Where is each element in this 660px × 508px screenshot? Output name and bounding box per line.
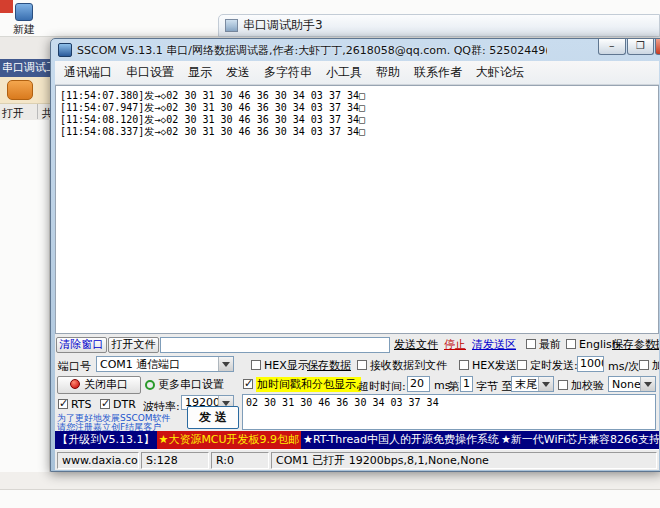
timed-send-label: 定时发送:	[530, 358, 578, 373]
divider	[37, 104, 38, 119]
receive-line: [11:54:07.380]发→◇02 30 31 30 46 36 30 34…	[60, 90, 654, 102]
close-port-button[interactable]: 关闭串口	[57, 376, 141, 394]
checksum-label: 加校验	[571, 378, 604, 393]
open-button[interactable]: 打开	[2, 106, 24, 121]
upgrade-link[interactable]: 【升级到V5.13.1】	[57, 431, 155, 449]
menu-item-daxia-forum[interactable]: 大虾论坛	[469, 64, 531, 81]
menu-item-serial-settings[interactable]: 串口设置	[119, 64, 181, 81]
menu-item-multistring[interactable]: 多字符串	[257, 64, 319, 81]
port-select-value: COM1 通信端口	[97, 357, 218, 372]
menu-item-comm-port[interactable]: 通讯端口	[57, 64, 119, 81]
interval-unit-label: ms/次	[608, 359, 639, 374]
checkbox-icon	[566, 339, 576, 349]
send-data-input[interactable]: 02 30 31 30 46 36 30 34 03 37 34	[242, 394, 656, 430]
checkbox-checked-icon	[100, 399, 110, 409]
desktop: 新建 串口调试助手3 串口调试工 打开 共 SSCOM V5.13.1 串口/网…	[0, 0, 660, 508]
ad-link-wifi-chip[interactable]: ★新一代WiFi芯片兼容8266支持RT-Thread	[501, 431, 659, 449]
timeout-input[interactable]: 20	[407, 376, 430, 392]
receive-line: [11:54:07.947]发→◇02 30 31 30 46 36 30 34…	[60, 102, 654, 114]
menu-item-tools[interactable]: 小工具	[319, 64, 369, 81]
send-button[interactable]: 发 送	[187, 406, 239, 429]
checksum-checkbox[interactable]: 加校验	[558, 379, 604, 391]
sscom-window: SSCOM V5.13.1 串口/网络数据调试器,作者:大虾丁丁,2618058…	[50, 38, 660, 472]
menu-item-display[interactable]: 显示	[181, 64, 219, 81]
menu-bar: 通讯端口 串口设置 显示 发送 多字符串 小工具 帮助 联系作者 大虾论坛	[55, 61, 659, 85]
ad-bar[interactable]: 【升级到V5.13.1】★大资源MCU开发板9.9包邮★RT-Thread中国人…	[55, 431, 659, 449]
save-params-button[interactable]: 保存参数	[612, 338, 656, 352]
status-bar: www.daxia.com S:128 R:0 COM1 已打开 19200bp…	[55, 449, 659, 470]
status-website[interactable]: www.daxia.com	[57, 452, 139, 469]
timestamp-packet-checkbox[interactable]: 加时间戳和分包显示,	[243, 378, 361, 390]
timed-interval-input[interactable]: 1000	[577, 356, 604, 372]
menu-item-contact-author[interactable]: 联系作者	[407, 64, 469, 81]
hex-display-checkbox[interactable]: HEX显示	[251, 359, 309, 371]
close-port-label: 关闭串口	[84, 378, 128, 391]
stop-button[interactable]: 停止	[444, 338, 466, 352]
promo-line-2: 请您注册嘉立创F结尾客户	[57, 421, 161, 431]
settings-refresh-icon	[145, 380, 155, 390]
port-select[interactable]: COM1 通信端口	[96, 356, 234, 372]
extend-button[interactable]: 扩展	[655, 338, 659, 352]
menu-item-send[interactable]: 发送	[219, 64, 257, 81]
checkbox-checked-icon	[243, 379, 253, 389]
append-crlf-label: 加回	[652, 358, 659, 373]
timestamp-packet-label: 加时间戳和分包显示,	[256, 377, 361, 392]
ad-link-devboard[interactable]: ★大资源MCU开发板9.9包邮	[157, 431, 302, 449]
checkbox-icon	[639, 360, 649, 370]
left-background-panel	[0, 120, 50, 472]
byte-from-input[interactable]: 1	[460, 376, 473, 392]
save-data-button[interactable]: 保存数据	[307, 359, 351, 373]
file-path-input[interactable]	[160, 337, 390, 353]
status-received-count: R:0	[211, 452, 269, 469]
new-shortcut[interactable]: 新建	[4, 3, 44, 37]
hex-display-label: HEX显示	[264, 358, 309, 373]
hex-send-label: HEX发送	[472, 358, 517, 373]
status-port-info: COM1 已打开 19200bps,8,1,None,None	[271, 452, 657, 469]
clear-send-area-button[interactable]: 清发送区	[472, 338, 516, 352]
english-checkbox[interactable]: English	[566, 338, 619, 350]
rts-checkbox[interactable]: RTS	[58, 398, 92, 410]
open-file-button[interactable]: 打开文件	[108, 337, 159, 353]
status-sent-count: S:128	[141, 452, 209, 469]
new-shortcut-label: 新建	[4, 22, 44, 37]
checkbox-icon	[459, 360, 469, 370]
topmost-label: 最前	[539, 337, 561, 352]
window-titlebar[interactable]: SSCOM V5.13.1 串口/网络数据调试器,作者:大虾丁丁,2618058…	[51, 39, 660, 61]
left-window-titlebar[interactable]: 串口调试工	[0, 59, 50, 77]
byte-to-select[interactable]: 末尾	[511, 376, 554, 392]
background-window-titlebar[interactable]: 串口调试助手3	[218, 14, 660, 37]
ad-link-rtthread[interactable]: ★RT-Thread中国人的开源免费操作系统	[303, 431, 499, 449]
left-toolbar	[0, 77, 50, 104]
receive-to-file-checkbox[interactable]: 接收数据到文件	[357, 359, 447, 371]
sscom-app-icon	[58, 43, 72, 57]
timed-send-checkbox[interactable]: 定时发送:	[517, 359, 578, 371]
caption-buttons	[597, 39, 660, 55]
background-window-title: 串口调试助手3	[243, 17, 323, 34]
checksum-value: None	[609, 378, 640, 391]
chevron-down-icon	[218, 357, 233, 371]
byte-from-prefix-label: 第	[448, 379, 459, 394]
hex-send-checkbox[interactable]: HEX发送	[459, 359, 517, 371]
control-panel: 清除窗口 打开文件 发送文件 停止 清发送区 最前 English 保存参数 扩…	[55, 334, 659, 431]
checkbox-icon	[526, 339, 536, 349]
dtr-checkbox[interactable]: DTR	[100, 398, 136, 410]
menu-item-help[interactable]: 帮助	[369, 64, 407, 81]
receive-to-file-label: 接收数据到文件	[370, 358, 447, 373]
receive-line: [11:54:08.120]发→◇02 30 31 30 46 36 30 34…	[60, 114, 654, 126]
checkbox-checked-icon	[58, 399, 68, 409]
checkbox-icon	[357, 360, 367, 370]
checksum-select[interactable]: None	[608, 376, 656, 392]
receive-area[interactable]: [11:54:07.380]发→◇02 30 31 30 46 36 30 34…	[55, 85, 659, 334]
topmost-checkbox[interactable]: 最前	[526, 338, 561, 350]
byte-to-value: 末尾	[512, 377, 538, 392]
byte-to-label: 字节 至	[476, 379, 513, 394]
send-file-button[interactable]: 发送文件	[394, 338, 438, 352]
maximize-button[interactable]	[627, 39, 654, 55]
close-button[interactable]	[655, 39, 660, 55]
more-serial-settings-button[interactable]: 更多串口设置	[145, 378, 224, 392]
clear-window-button[interactable]: 清除窗口	[56, 337, 107, 353]
more-serial-settings-label: 更多串口设置	[158, 378, 224, 391]
append-crlf-checkbox[interactable]: 加回	[639, 359, 659, 371]
minimize-button[interactable]	[598, 39, 626, 55]
new-document-icon	[15, 3, 33, 21]
